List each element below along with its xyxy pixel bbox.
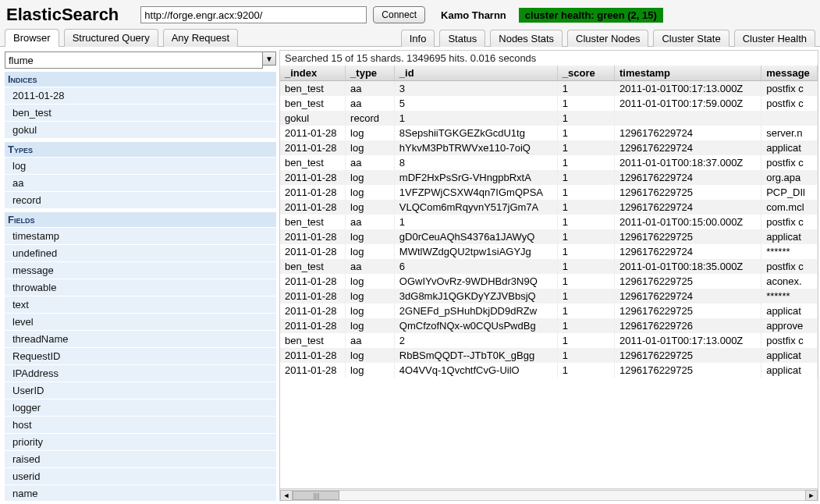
table-row[interactable]: ben_testaa212011-01-01T00:17:13.000Zpost… [280,333,818,348]
sidebar-item[interactable]: timestamp [5,228,276,245]
sidebar-item[interactable]: throwable [5,279,276,296]
tab-info[interactable]: Info [401,30,435,47]
scroll-thumb[interactable] [293,491,339,500]
sidebar-item[interactable]: name [5,485,276,501]
cell: ****** [761,244,818,259]
cell: 1296176229725 [615,185,761,200]
cell: VLQCom6mRqyvnY517jGm7A [394,200,557,215]
table-row[interactable]: 2011-01-28log2GNEFd_pSHuhDkjDD9dRZw11296… [280,303,818,318]
table-row[interactable]: 2011-01-28log8SepshiiTGKGEZkGcdU1tg11296… [280,126,818,140]
column-header[interactable]: _score [557,66,614,81]
tab-status[interactable]: Status [439,30,485,47]
sidebar-item[interactable]: userid [5,468,276,485]
scroll-right-arrow[interactable]: ► [805,490,818,501]
index-select-toggle[interactable]: ▼ [262,51,276,66]
sidebar-item[interactable]: IPAddress [5,365,276,382]
sidebar-item[interactable]: ben_test [5,105,276,122]
sidebar-item[interactable]: logger [5,399,276,417]
table-row[interactable]: 2011-01-28log4O4VVq-1QvchtfCvG-UilO11296… [280,363,818,378]
sidebar-item[interactable]: undefined [5,245,276,262]
sidebar-item[interactable]: record [5,192,276,209]
cell: applicat [761,140,818,155]
cell: 2011-01-28 [280,185,346,200]
cell: ben_test [280,259,346,274]
cell: 1 [557,289,614,303]
scroll-track[interactable] [293,490,805,501]
tab-any-request[interactable]: Any Request [163,29,238,47]
table-row[interactable]: 2011-01-28log1VFZPWjCSXW4qn7IGmQPSA11296… [280,185,818,200]
cell: 1 [557,81,614,97]
cell: postfix c [761,81,818,97]
sidebar-item[interactable]: text [5,296,276,314]
sidebar-item[interactable]: UserID [5,382,276,399]
tab-nodes-stats[interactable]: Nodes Stats [490,30,563,47]
table-row[interactable]: 2011-01-28log3dG8mkJ1QGKDyYZJVBbsjQ11296… [280,289,818,303]
sidebar-item[interactable]: 2011-01-28 [5,87,276,105]
horizontal-scrollbar[interactable]: ◄ ► [280,488,818,501]
sidebar-item[interactable]: log [5,158,276,175]
tab-cluster-nodes[interactable]: Cluster Nodes [567,30,648,47]
cell: log [346,303,395,318]
cell: hYkvM3PbTRWVxe110-7oiQ [394,140,557,155]
chevron-down-icon: ▼ [265,55,273,63]
sidebar-item[interactable]: priority [5,434,276,451]
table-row[interactable]: 2011-01-28logMWtlWZdgQU2tpw1siAGYJg11296… [280,244,818,259]
column-header[interactable]: _index [280,66,346,81]
cell: 4O4VVq-1QvchtfCvG-UilO [394,363,557,378]
table-row[interactable]: 2011-01-28loghYkvM3PbTRWVxe110-7oiQ11296… [280,140,818,155]
cell: 1296176229724 [615,289,761,303]
results-panel: Searched 15 of 15 shards. 1349695 hits. … [279,50,818,501]
cell: ben_test [280,81,346,97]
sidebar-item[interactable]: threadName [5,331,276,348]
section-head-fields: Fields [5,212,276,228]
table-row[interactable]: ben_testaa812011-01-01T00:18:37.000Zpost… [280,155,818,170]
cell: 1296176229724 [615,170,761,185]
sidebar-item[interactable]: RequestID [5,348,276,365]
table-row[interactable]: gokulrecord11 [280,111,818,126]
table-row[interactable]: ben_testaa612011-01-01T00:18:35.000Zpost… [280,259,818,274]
connect-button[interactable]: Connect [373,6,425,23]
cell: log [346,274,395,289]
index-select-value: flume [9,55,34,66]
sidebar-item[interactable]: raised [5,451,276,468]
scroll-left-arrow[interactable]: ◄ [280,490,293,501]
table-row[interactable]: ben_testaa312011-01-01T00:17:13.000Zpost… [280,81,818,97]
cell [761,111,818,126]
tab-browser[interactable]: Browser [5,29,59,47]
cell: 1 [394,215,557,229]
cell: 1 [557,274,614,289]
table-row[interactable]: 2011-01-28logQmCfzofNQx-w0CQUsPwdBg11296… [280,318,818,333]
column-header[interactable]: timestamp [615,66,761,81]
column-header[interactable]: _type [346,66,395,81]
table-row[interactable]: ben_testaa112011-01-01T00:15:00.000Zpost… [280,215,818,229]
tab-cluster-health[interactable]: Cluster Health [734,30,815,47]
tab-structured-query[interactable]: Structured Query [64,29,158,47]
header-bar: ElasticSearch Connect Kamo Tharnn cluste… [0,0,820,28]
sidebar-item[interactable]: message [5,262,276,279]
sidebar-item[interactable]: aa [5,175,276,192]
sidebar-item[interactable]: level [5,314,276,331]
results-grid[interactable]: _index_type_id_scoretimestampmessage ben… [280,66,818,488]
table-row[interactable]: 2011-01-28loggD0rCeuAQhS4376a1JAWyQ11296… [280,229,818,244]
table-row[interactable]: ben_testaa512011-01-01T00:17:59.000Zpost… [280,96,818,111]
cell: record [346,111,395,126]
cell: 3dG8mkJ1QGKDyYZJVBbsjQ [394,289,557,303]
cell: aa [346,155,395,170]
cell: aa [346,259,395,274]
cell: log [346,229,395,244]
cell: 1 [557,348,614,363]
cell: mDF2HxPsSrG-VHngpbRxtA [394,170,557,185]
table-row[interactable]: 2011-01-28logOGwIYvOvRz-9WDHBdr3N9Q11296… [280,274,818,289]
table-row[interactable]: 2011-01-28logRbBSmQQDT--JTbT0K_gBgg11296… [280,348,818,363]
tab-cluster-state[interactable]: Cluster State [653,30,729,47]
cell: 2011-01-01T00:17:13.000Z [615,81,761,97]
sidebar-item[interactable]: host [5,417,276,434]
table-row[interactable]: 2011-01-28logVLQCom6mRqyvnY517jGm7A11296… [280,200,818,215]
column-header[interactable]: _id [394,66,557,81]
cluster-url-input[interactable] [140,6,367,23]
table-row[interactable]: 2011-01-28logmDF2HxPsSrG-VHngpbRxtA11296… [280,170,818,185]
sidebar-item[interactable]: gokul [5,122,276,139]
column-header[interactable]: message [761,66,818,81]
cell: MWtlWZdgQU2tpw1siAGYJg [394,244,557,259]
index-select[interactable]: flume [5,51,263,69]
